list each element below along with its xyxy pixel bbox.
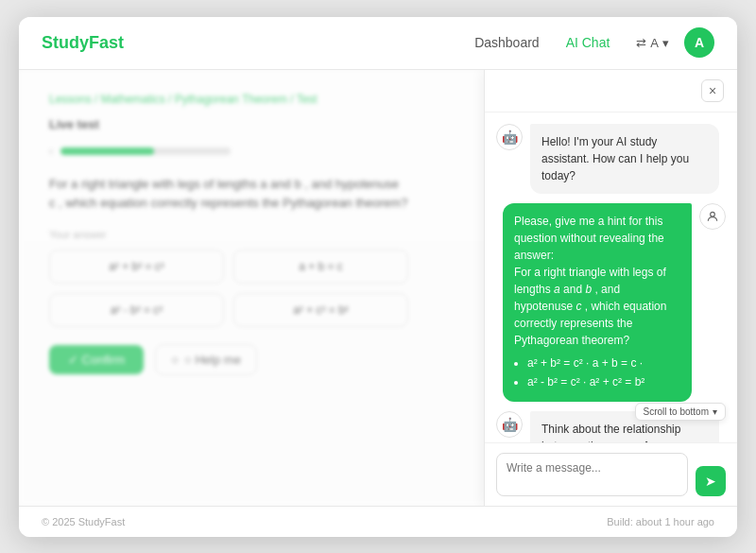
help-button[interactable]: ○ ○ Help me	[155, 344, 257, 375]
answer-option-4[interactable]: a² + c² = b²	[233, 293, 408, 327]
header: StudyFast Dashboard AI Chat ⇄ A ▾ A	[19, 17, 737, 70]
nav-dashboard[interactable]: Dashboard	[474, 35, 540, 50]
progress-back-icon: ‹	[49, 145, 53, 158]
build-info: Build: about 1 hour ago	[607, 516, 714, 527]
message-2: Please, give me a hint for this question…	[496, 203, 726, 402]
help-icon: ○	[171, 353, 179, 367]
chevron-down-icon: ▾	[713, 406, 717, 417]
main-nav: Dashboard AI Chat	[474, 35, 610, 50]
ai-bubble-1: Hello! I'm your AI study assistant. How …	[530, 124, 719, 194]
ai-avatar-3: 🤖	[496, 411, 523, 438]
translate-icon: ⇄	[636, 36, 646, 50]
chat-close-button[interactable]: ×	[701, 79, 724, 102]
chat-panel: × 🤖 Hello! I'm your AI study assistant. …	[484, 70, 737, 506]
user-avatar-2	[699, 203, 726, 230]
message-1: 🤖 Hello! I'm your AI study assistant. Ho…	[496, 124, 726, 194]
main-area: Lessons / Mathematics / Pythagorean Theo…	[19, 70, 737, 506]
user-avatar[interactable]: A	[684, 27, 714, 58]
chevron-down-icon: ▾	[662, 36, 669, 50]
nav-ai-chat[interactable]: AI Chat	[566, 35, 610, 50]
ai-avatar-1: 🤖	[496, 124, 523, 150]
confirm-button[interactable]: ✓ Confirm	[49, 345, 144, 374]
copyright: © 2025 StudyFast	[42, 516, 125, 527]
footer: © 2025 StudyFast Build: about 1 hour ago	[19, 506, 737, 537]
svg-point-0	[711, 212, 715, 216]
header-right: ⇄ A ▾ A	[628, 27, 714, 58]
answer-option-2[interactable]: a + b = c	[233, 250, 408, 284]
answer-options: a² + b² = c² a + b = c a² - b² = c² a² +…	[49, 250, 408, 327]
chat-input[interactable]	[496, 453, 688, 496]
send-icon: ➤	[705, 474, 716, 489]
scroll-to-bottom-button[interactable]: Scroll to bottom ▾	[635, 403, 726, 421]
chat-messages: 🤖 Hello! I'm your AI study assistant. Ho…	[485, 112, 737, 442]
app-window: StudyFast Dashboard AI Chat ⇄ A ▾ A Less…	[19, 17, 737, 537]
progress-bar	[60, 147, 231, 155]
chat-footer: ➤	[485, 442, 737, 506]
send-button[interactable]: ➤	[696, 466, 726, 496]
answer-option-3[interactable]: a² - b² = c²	[49, 293, 224, 327]
question-text: For a right triangle with legs of length…	[49, 175, 408, 215]
progress-fill	[60, 147, 154, 155]
chat-header: ×	[485, 70, 737, 112]
translate-button[interactable]: ⇄ A ▾	[628, 32, 677, 54]
logo: StudyFast	[42, 33, 124, 53]
user-bubble-2: Please, give me a hint for this question…	[503, 203, 692, 402]
answer-option-1[interactable]: a² + b² = c²	[49, 250, 224, 284]
